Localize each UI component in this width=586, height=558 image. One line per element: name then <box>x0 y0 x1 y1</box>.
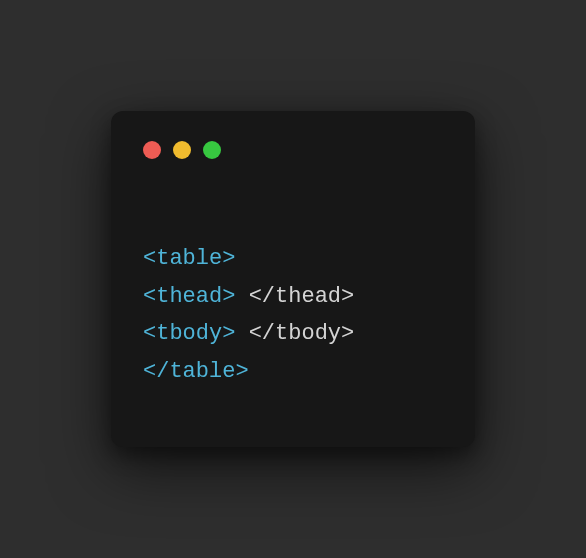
sep <box>235 284 248 309</box>
tag-close-thead: </thead> <box>249 284 355 309</box>
minimize-icon[interactable] <box>173 141 191 159</box>
code-window: <table> <thead> </thead> <tbody> </tbody… <box>111 111 475 447</box>
tag-close-table: </table> <box>143 359 249 384</box>
tag-close-tbody: </tbody> <box>249 321 355 346</box>
tag-open-table: <table> <box>143 246 235 271</box>
sep <box>235 321 248 346</box>
tag-open-thead: <thead> <box>143 284 235 309</box>
window-traffic-lights <box>143 141 443 159</box>
close-icon[interactable] <box>143 141 161 159</box>
code-line-3: <tbody> </tbody> <box>143 321 354 346</box>
code-line-4: </table> <box>143 359 249 384</box>
maximize-icon[interactable] <box>203 141 221 159</box>
code-line-2: <thead> </thead> <box>143 284 354 309</box>
code-line-1: <table> <box>143 246 235 271</box>
tag-open-tbody: <tbody> <box>143 321 235 346</box>
code-block: <table> <thead> </thead> <tbody> </tbody… <box>143 203 443 390</box>
